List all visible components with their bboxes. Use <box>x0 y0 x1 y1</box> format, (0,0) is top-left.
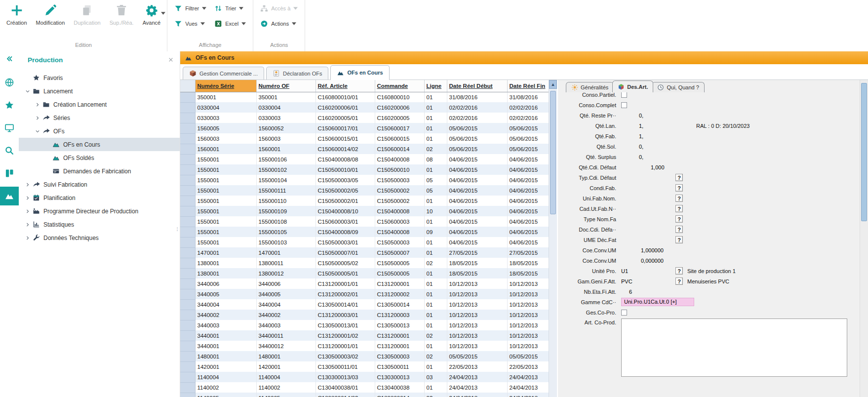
avanc-button[interactable]: Avancé <box>138 1 165 27</box>
table-row[interactable]: 1550001155000106C150400008/08C1504000080… <box>180 154 549 164</box>
column-header-ligne[interactable]: Ligne <box>424 80 447 92</box>
row-selector[interactable] <box>180 144 195 154</box>
table-row[interactable]: 1550001155000111C150500002/05C1505000020… <box>180 185 549 196</box>
lookup-button[interactable]: ? <box>675 278 683 285</box>
tab-d-claration-ofs[interactable]: Déclaration OFs <box>266 67 328 79</box>
table-row[interactable]: 03300030330003C160200005/01C160200005010… <box>180 113 549 123</box>
lookup-button[interactable]: ? <box>675 205 683 212</box>
column-header-commande[interactable]: Commande <box>375 80 424 92</box>
table-row[interactable]: 1550001155000103C150500003/01C1505000030… <box>180 237 549 247</box>
excel-button[interactable]: Excel <box>214 19 246 29</box>
co-product-textarea[interactable] <box>621 318 847 377</box>
row-selector[interactable] <box>180 361 195 372</box>
tree-item-ofs-sold-s[interactable]: OFs Soldés <box>19 151 180 164</box>
tree-item-s-ries[interactable]: Séries <box>19 111 180 124</box>
tree-item-cr-ation-lancement[interactable]: Création Lancement <box>19 98 180 111</box>
tree-item-ofs-en-cours[interactable]: OFs en Cours <box>19 138 180 151</box>
row-selector[interactable] <box>180 351 195 361</box>
chevron-right-icon[interactable] <box>24 207 32 215</box>
cr-ation-button[interactable]: Création <box>2 1 32 27</box>
row-selector[interactable] <box>180 268 195 278</box>
row-selector[interactable] <box>180 247 195 258</box>
row-selector[interactable] <box>180 330 195 341</box>
table-row[interactable]: 34400063440006C131200001/01C131200001011… <box>180 278 549 289</box>
table-row[interactable]: 11400021140002C130400038/01C130400038012… <box>180 382 549 393</box>
table-row[interactable]: 1550001155000102C150500010/01C1505000100… <box>180 164 549 175</box>
row-selector[interactable] <box>180 237 195 247</box>
table-row[interactable]: 11400041140004C130300013/03C130300013032… <box>180 372 549 382</box>
row-selector[interactable] <box>180 92 195 102</box>
tree-item-programme-directeur-de-production[interactable]: Programme Directeur de Production <box>19 204 180 218</box>
row-selector[interactable] <box>180 196 195 206</box>
column-header-date-r-el-d-but[interactable]: Date Réel Début <box>447 80 507 92</box>
row-selector[interactable] <box>180 310 195 320</box>
table-row[interactable]: 34400043440004C130500014/01C130500014011… <box>180 299 549 310</box>
close-panel-button[interactable] <box>168 57 174 63</box>
rail-favorites-button[interactable] <box>0 96 19 115</box>
table-row[interactable]: 1550001155000105C150400008/09C1504000080… <box>180 227 549 237</box>
lookup-button[interactable]: ? <box>675 184 683 192</box>
checkbox[interactable] <box>621 92 627 98</box>
column-header-num-ro-s-rie[interactable]: Numéro Série <box>195 80 256 92</box>
chevron-down-icon[interactable] <box>34 127 41 135</box>
rail-search-button[interactable] <box>0 141 19 160</box>
table-row[interactable]: 350001350001C160800010/01C1608000100131/… <box>180 92 549 102</box>
row-selector[interactable] <box>180 154 195 164</box>
tree-item-demandes-de-fabrication[interactable]: Demandes de Fabrication <box>19 164 180 178</box>
row-selector[interactable] <box>180 320 195 330</box>
chevron-right-icon[interactable] <box>24 234 32 242</box>
table-scrollbar-thumb[interactable] <box>550 91 556 214</box>
row-selector[interactable] <box>180 382 195 393</box>
table-row[interactable]: 138000113800011C150500005/02C15050000502… <box>180 258 549 268</box>
detail-tab-g-n-ralit-s[interactable]: Généralités <box>566 82 614 92</box>
lookup-button[interactable]: ? <box>675 236 683 243</box>
chevron-right-icon[interactable] <box>34 114 41 122</box>
checkbox[interactable] <box>621 102 627 108</box>
row-selector[interactable] <box>180 206 195 216</box>
table-row[interactable]: 1550001155000110C150500002/01C1505000020… <box>180 196 549 206</box>
filtrer-button[interactable]: Filtrer <box>174 3 206 13</box>
table-row[interactable]: 34400023440002C131200003/01C131200003011… <box>180 310 549 320</box>
lookup-button[interactable]: ? <box>675 267 683 275</box>
rail-production-button[interactable] <box>0 187 19 205</box>
table-scrollbar[interactable]: ▲ <box>549 80 557 397</box>
table-row[interactable]: 1550001155000109C150400008/10C1504000081… <box>180 206 549 216</box>
column-header-r-f-article[interactable]: Réf. Article <box>316 80 375 92</box>
tab-ofs-en-cours[interactable]: OFs en Cours <box>330 65 389 79</box>
lookup-button[interactable]: ? <box>675 174 683 181</box>
chevron-right-icon[interactable] <box>24 181 32 189</box>
modification-button[interactable]: Modification <box>32 1 70 27</box>
tree-item-lancement[interactable]: Lancement <box>19 84 180 98</box>
table-row[interactable]: 34400033440003C130500013/01C130500013011… <box>180 320 549 330</box>
row-selector[interactable] <box>180 341 195 351</box>
row-selector[interactable] <box>180 299 195 310</box>
tree-item-statistiques[interactable]: Statistiques <box>19 218 180 231</box>
table-row[interactable]: 1550001155000104C150500003/05C1505000030… <box>180 175 549 185</box>
row-selector[interactable] <box>180 133 195 144</box>
lookup-button[interactable]: ? <box>675 195 683 202</box>
lookup-button[interactable]: ? <box>675 215 683 223</box>
row-selector[interactable] <box>180 216 195 227</box>
row-selector[interactable] <box>180 372 195 382</box>
row-selector[interactable] <box>180 113 195 123</box>
chevron-right-icon[interactable] <box>34 101 41 109</box>
tree-item-ofs[interactable]: OFs <box>19 124 180 138</box>
column-header-date-r-el-fin[interactable]: Date Réel Fin <box>507 80 549 92</box>
panel-scrollbar-thumb[interactable] <box>861 83 867 221</box>
row-selector[interactable] <box>180 185 195 196</box>
scroll-up-button[interactable]: ▲ <box>549 80 557 89</box>
collapse-sidebar-button[interactable] <box>0 51 19 66</box>
table-row[interactable]: 14200011420001C130500011/01C130500011012… <box>180 361 549 372</box>
table-row[interactable]: 15600031560003C150600015/01C150600015010… <box>180 133 549 144</box>
table-row[interactable]: 1550001155000108C150600003/01C1506000030… <box>180 216 549 227</box>
table-row[interactable]: 34400053440005C131200002/01C131200002011… <box>180 289 549 299</box>
chevron-right-icon[interactable] <box>24 194 32 202</box>
table-row[interactable]: 156000515600052C150600017/01C15060001701… <box>180 123 549 133</box>
detail-tab-des-art[interactable]: Des.Art. <box>612 80 653 92</box>
column-header-num-ro-of[interactable]: Numéro OF <box>256 80 316 92</box>
field-value[interactable]: Uni.Pro.U1Ca.Ut.0 [+] <box>621 298 694 306</box>
select-all-corner[interactable] <box>180 80 195 92</box>
row-selector[interactable] <box>180 227 195 237</box>
row-selector[interactable] <box>180 102 195 113</box>
panel-scrollbar[interactable] <box>860 80 868 397</box>
